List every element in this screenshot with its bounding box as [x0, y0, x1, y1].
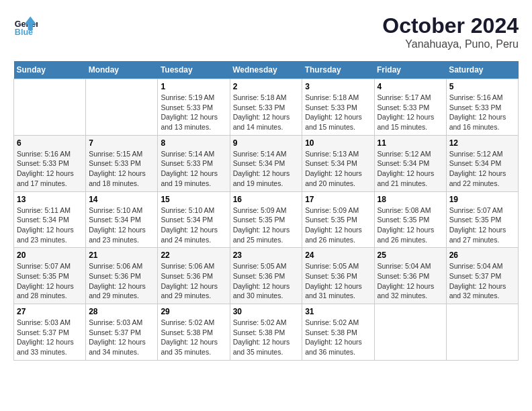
day-info: Sunrise: 5:05 AM Sunset: 5:36 PM Dayligh… [233, 261, 300, 301]
day-number: 5 [449, 82, 515, 91]
day-info: Sunrise: 5:06 AM Sunset: 5:36 PM Dayligh… [89, 261, 154, 301]
calendar-cell: 3 Sunrise: 5:18 AM Sunset: 5:33 PM Dayli… [302, 79, 374, 136]
weekday-header-thursday: Thursday [302, 61, 374, 79]
day-info: Sunrise: 5:16 AM Sunset: 5:33 PM Dayligh… [17, 149, 83, 189]
day-number: 15 [161, 195, 226, 204]
day-number: 24 [305, 250, 371, 260]
day-info: Sunrise: 5:08 AM Sunset: 5:35 PM Dayligh… [378, 205, 443, 245]
day-info: Sunrise: 5:09 AM Sunset: 5:35 PM Dayligh… [233, 205, 300, 245]
calendar-cell: 10 Sunrise: 5:13 AM Sunset: 5:34 PM Dayl… [302, 135, 374, 191]
calendar-cell: 2 Sunrise: 5:18 AM Sunset: 5:33 PM Dayli… [230, 79, 302, 136]
day-number: 9 [233, 138, 300, 148]
day-number: 17 [305, 195, 371, 204]
day-info: Sunrise: 5:14 AM Sunset: 5:34 PM Dayligh… [233, 149, 300, 189]
calendar-cell: 1 Sunrise: 5:19 AM Sunset: 5:33 PM Dayli… [158, 79, 230, 136]
calendar-cell: 30 Sunrise: 5:02 AM Sunset: 5:38 PM Dayl… [230, 304, 302, 361]
weekday-header-friday: Friday [374, 61, 446, 79]
logo: General Blue General Blue [13, 13, 38, 38]
weekday-header-tuesday: Tuesday [158, 61, 230, 79]
day-info: Sunrise: 5:03 AM Sunset: 5:37 PM Dayligh… [89, 318, 154, 357]
day-number: 11 [378, 138, 443, 148]
week-row-5: 27 Sunrise: 5:03 AM Sunset: 5:37 PM Dayl… [14, 304, 519, 361]
calendar-cell: 24 Sunrise: 5:05 AM Sunset: 5:36 PM Dayl… [302, 248, 374, 304]
day-number: 16 [233, 195, 300, 204]
logo-icon: General Blue [13, 13, 38, 38]
day-info: Sunrise: 5:05 AM Sunset: 5:36 PM Dayligh… [305, 261, 371, 301]
calendar-cell: 26 Sunrise: 5:04 AM Sunset: 5:37 PM Dayl… [446, 248, 518, 304]
day-number: 23 [233, 250, 300, 260]
week-row-1: 1 Sunrise: 5:19 AM Sunset: 5:33 PM Dayli… [14, 79, 519, 136]
week-row-4: 20 Sunrise: 5:07 AM Sunset: 5:35 PM Dayl… [14, 248, 519, 304]
day-number: 29 [161, 307, 226, 316]
calendar-cell: 4 Sunrise: 5:17 AM Sunset: 5:33 PM Dayli… [374, 79, 446, 136]
calendar-cell: 12 Sunrise: 5:12 AM Sunset: 5:34 PM Dayl… [446, 135, 518, 191]
day-info: Sunrise: 5:02 AM Sunset: 5:38 PM Dayligh… [305, 318, 371, 357]
day-number: 31 [305, 307, 371, 316]
day-info: Sunrise: 5:10 AM Sunset: 5:34 PM Dayligh… [89, 205, 154, 245]
day-number: 12 [449, 138, 515, 148]
day-info: Sunrise: 5:16 AM Sunset: 5:33 PM Dayligh… [449, 93, 515, 132]
day-number: 28 [89, 307, 154, 316]
day-info: Sunrise: 5:15 AM Sunset: 5:33 PM Dayligh… [89, 149, 154, 189]
day-number: 26 [449, 250, 515, 260]
day-info: Sunrise: 5:04 AM Sunset: 5:37 PM Dayligh… [449, 261, 515, 301]
day-info: Sunrise: 5:17 AM Sunset: 5:33 PM Dayligh… [378, 93, 443, 132]
day-number: 10 [305, 138, 371, 148]
calendar-cell: 16 Sunrise: 5:09 AM Sunset: 5:35 PM Dayl… [230, 191, 302, 248]
calendar-cell [14, 79, 86, 136]
day-number: 1 [161, 82, 226, 91]
calendar-cell: 6 Sunrise: 5:16 AM Sunset: 5:33 PM Dayli… [14, 135, 86, 191]
month-title: October 2024 [382, 13, 519, 38]
day-number: 7 [89, 138, 154, 148]
day-info: Sunrise: 5:07 AM Sunset: 5:35 PM Dayligh… [17, 261, 83, 301]
day-info: Sunrise: 5:02 AM Sunset: 5:38 PM Dayligh… [233, 318, 300, 357]
calendar-cell: 5 Sunrise: 5:16 AM Sunset: 5:33 PM Dayli… [446, 79, 518, 136]
day-info: Sunrise: 5:19 AM Sunset: 5:33 PM Dayligh… [161, 93, 226, 132]
day-info: Sunrise: 5:04 AM Sunset: 5:36 PM Dayligh… [378, 261, 443, 301]
weekday-header-saturday: Saturday [446, 61, 518, 79]
calendar-cell: 13 Sunrise: 5:11 AM Sunset: 5:34 PM Dayl… [14, 191, 86, 248]
calendar-cell: 21 Sunrise: 5:06 AM Sunset: 5:36 PM Dayl… [86, 248, 158, 304]
day-number: 18 [378, 195, 443, 204]
day-info: Sunrise: 5:07 AM Sunset: 5:35 PM Dayligh… [449, 205, 515, 245]
calendar-cell: 11 Sunrise: 5:12 AM Sunset: 5:34 PM Dayl… [374, 135, 446, 191]
day-number: 14 [89, 195, 154, 204]
calendar-cell: 15 Sunrise: 5:10 AM Sunset: 5:34 PM Dayl… [158, 191, 230, 248]
day-info: Sunrise: 5:06 AM Sunset: 5:36 PM Dayligh… [161, 261, 226, 301]
calendar-cell: 19 Sunrise: 5:07 AM Sunset: 5:35 PM Dayl… [446, 191, 518, 248]
calendar-cell: 22 Sunrise: 5:06 AM Sunset: 5:36 PM Dayl… [158, 248, 230, 304]
calendar-cell: 29 Sunrise: 5:02 AM Sunset: 5:38 PM Dayl… [158, 304, 230, 361]
day-number: 2 [233, 82, 300, 91]
weekday-header-monday: Monday [86, 61, 158, 79]
calendar-cell: 9 Sunrise: 5:14 AM Sunset: 5:34 PM Dayli… [230, 135, 302, 191]
weekday-header-wednesday: Wednesday [230, 61, 302, 79]
day-number: 21 [89, 250, 154, 260]
day-info: Sunrise: 5:18 AM Sunset: 5:33 PM Dayligh… [233, 93, 300, 132]
day-info: Sunrise: 5:11 AM Sunset: 5:34 PM Dayligh… [17, 205, 83, 245]
calendar-table: SundayMondayTuesdayWednesdayThursdayFrid… [13, 61, 519, 361]
day-info: Sunrise: 5:18 AM Sunset: 5:33 PM Dayligh… [305, 93, 371, 132]
day-number: 6 [17, 138, 83, 148]
day-number: 3 [305, 82, 371, 91]
day-number: 22 [161, 250, 226, 260]
calendar-cell: 25 Sunrise: 5:04 AM Sunset: 5:36 PM Dayl… [374, 248, 446, 304]
day-number: 25 [378, 250, 443, 260]
calendar-cell: 7 Sunrise: 5:15 AM Sunset: 5:33 PM Dayli… [86, 135, 158, 191]
day-info: Sunrise: 5:13 AM Sunset: 5:34 PM Dayligh… [305, 149, 371, 189]
week-row-3: 13 Sunrise: 5:11 AM Sunset: 5:34 PM Dayl… [14, 191, 519, 248]
location-title: Yanahuaya, Puno, Peru [382, 38, 519, 50]
calendar-cell: 8 Sunrise: 5:14 AM Sunset: 5:33 PM Dayli… [158, 135, 230, 191]
calendar-cell: 28 Sunrise: 5:03 AM Sunset: 5:37 PM Dayl… [86, 304, 158, 361]
calendar-cell: 23 Sunrise: 5:05 AM Sunset: 5:36 PM Dayl… [230, 248, 302, 304]
calendar-cell [374, 304, 446, 361]
day-info: Sunrise: 5:12 AM Sunset: 5:34 PM Dayligh… [449, 149, 515, 189]
calendar-cell: 17 Sunrise: 5:09 AM Sunset: 5:35 PM Dayl… [302, 191, 374, 248]
day-info: Sunrise: 5:02 AM Sunset: 5:38 PM Dayligh… [161, 318, 226, 357]
page-header: General Blue General Blue October 2024 Y… [13, 13, 519, 50]
calendar-cell: 18 Sunrise: 5:08 AM Sunset: 5:35 PM Dayl… [374, 191, 446, 248]
day-number: 4 [378, 82, 443, 91]
calendar-cell: 31 Sunrise: 5:02 AM Sunset: 5:38 PM Dayl… [302, 304, 374, 361]
week-row-2: 6 Sunrise: 5:16 AM Sunset: 5:33 PM Dayli… [14, 135, 519, 191]
day-info: Sunrise: 5:14 AM Sunset: 5:33 PM Dayligh… [161, 149, 226, 189]
calendar-cell [86, 79, 158, 136]
